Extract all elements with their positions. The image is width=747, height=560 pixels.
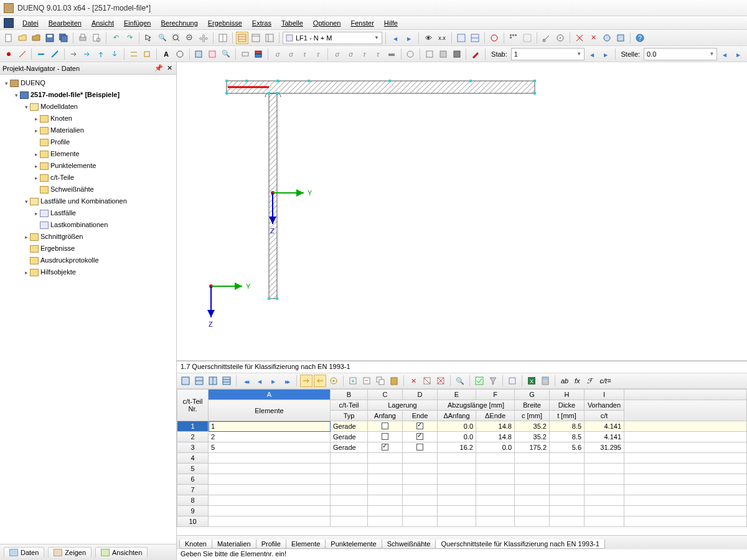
lf-next-icon[interactable] — [403, 32, 415, 44]
menu-hilfe[interactable]: Hilfe — [379, 18, 403, 28]
checkbox-icon[interactable] — [382, 422, 388, 429]
cell-empty[interactable] — [624, 432, 747, 442]
menu-ansicht[interactable]: Ansicht — [87, 18, 119, 28]
stab-next-icon[interactable] — [599, 48, 612, 60]
cell-empty[interactable] — [624, 421, 747, 432]
cell-dende[interactable]: 14.8 — [476, 432, 515, 442]
tree-item[interactable]: Schweißnähte — [50, 185, 94, 193]
btab[interactable]: Knoten — [179, 539, 212, 549]
member-icon-1[interactable] — [35, 48, 47, 60]
cell-typ[interactable]: Gerade — [331, 432, 368, 442]
stress-icon[interactable] — [385, 48, 398, 60]
tool-icon-a[interactable] — [540, 32, 553, 44]
col-head[interactable]: c/t-Teil — [331, 400, 368, 411]
row-header[interactable]: 8 — [177, 495, 209, 506]
col-head-ctnr[interactable]: c/t-TeilNr. — [177, 390, 209, 421]
arrow-icon-1[interactable] — [68, 48, 80, 60]
col-letter[interactable]: B — [331, 390, 368, 400]
tbl-icon[interactable] — [193, 375, 205, 387]
row-header[interactable]: 1 — [177, 421, 209, 432]
tbl-del-row-icon[interactable] — [407, 375, 420, 387]
tbl-icon[interactable] — [220, 375, 233, 387]
nav-tab-daten[interactable]: Daten — [4, 547, 44, 558]
tree-item[interactable]: Lastkombinationen — [50, 221, 108, 228]
col-letter[interactable]: C — [368, 390, 403, 400]
redo-icon[interactable] — [123, 32, 136, 44]
row-header[interactable]: 3 — [177, 442, 209, 453]
tree-item[interactable]: Hilfsobjekte — [40, 268, 76, 276]
tree-item[interactable]: Punktelemente — [50, 162, 96, 169]
stress-icon[interactable]: σ — [285, 48, 298, 60]
col-letter[interactable]: H — [550, 390, 585, 400]
btab[interactable]: Punktelemente — [325, 539, 382, 549]
table-row[interactable]: 4 — [177, 453, 747, 464]
tbl-find-icon[interactable] — [454, 375, 466, 387]
tbl-clear-icon[interactable] — [421, 375, 433, 387]
app-menu-icon[interactable] — [4, 18, 14, 28]
col-head[interactable]: Breite — [515, 400, 550, 411]
col-letter[interactable]: E — [438, 390, 476, 400]
plastic-icon[interactable] — [405, 48, 417, 60]
tbl-filter-icon[interactable] — [487, 375, 499, 387]
table-row[interactable]: 22Gerade0.014.835.28.54.141 — [177, 432, 747, 442]
tree-item[interactable]: Ergebnisse — [40, 245, 75, 252]
toggle-table-icon[interactable] — [236, 32, 248, 44]
btab[interactable]: Materialien — [212, 539, 256, 549]
print-icon[interactable] — [77, 32, 89, 44]
stress-icon[interactable]: τ — [312, 48, 324, 60]
nav-tab-ansichten[interactable]: Ansichten — [95, 547, 148, 558]
cell-anfang[interactable] — [368, 421, 403, 432]
loadcase-combo[interactable]: LF1 - N + M ▼ — [283, 32, 382, 44]
pointer-icon[interactable] — [143, 32, 155, 44]
stress-icon[interactable]: σ — [271, 48, 284, 60]
zoom-extents-icon[interactable] — [170, 32, 182, 44]
tbl-check-icon[interactable] — [473, 375, 486, 387]
cell-danf[interactable]: 0.0 — [438, 432, 476, 442]
col-head[interactable]: ΔAnfang — [438, 411, 476, 421]
cell-t[interactable]: 5.6 — [550, 442, 585, 453]
stress-icon[interactable]: τ — [299, 48, 311, 60]
render-icon-1[interactable] — [423, 48, 436, 60]
cell-t[interactable]: 8.5 — [550, 421, 585, 432]
checkbox-icon[interactable] — [382, 433, 388, 440]
tbl-target-icon[interactable] — [327, 375, 340, 387]
col-head[interactable]: ΔEnde — [476, 411, 515, 421]
menu-berechnung[interactable]: Berechnung — [156, 18, 202, 28]
layer-icon-1[interactable] — [239, 48, 251, 60]
cell-typ[interactable]: Gerade — [331, 421, 368, 432]
cell-ende[interactable] — [403, 432, 438, 442]
tree-item[interactable]: c/t-Teile — [50, 174, 74, 181]
tool-icon-d[interactable] — [587, 32, 599, 44]
tbl-icon[interactable] — [207, 375, 219, 387]
tree-item[interactable]: Ausdruckprotokolle — [40, 256, 99, 264]
grid-icon-1[interactable] — [507, 32, 520, 44]
table-row[interactable]: 9 — [177, 506, 747, 516]
tbl-fx2-icon[interactable]: ℱ — [584, 375, 596, 387]
table-grid[interactable]: c/t-TeilNr. A B C D E F G H I Elemente — [177, 389, 747, 535]
open-project-icon[interactable] — [30, 32, 42, 44]
btab[interactable]: Elemente — [286, 539, 326, 549]
render-icon-2[interactable] — [437, 48, 449, 60]
undo-icon[interactable] — [110, 32, 122, 44]
dim-icon-1[interactable] — [128, 48, 140, 60]
tbl-calc-icon[interactable] — [539, 375, 552, 387]
col-letter[interactable]: A — [209, 390, 331, 400]
tbl-insert-icon[interactable]: + — [347, 375, 359, 387]
cell-typ[interactable]: Gerade — [331, 442, 368, 453]
col-head[interactable]: Abzugslänge [mm] — [438, 400, 515, 411]
view-xx-icon[interactable]: x.x — [436, 32, 448, 44]
tbl-nav-icon[interactable] — [314, 375, 326, 387]
cell-ct[interactable]: 31.295 — [585, 442, 624, 453]
table-row[interactable]: 35Gerade16.20.0175.25.631.295 — [177, 442, 747, 453]
tbl-prev-icon[interactable] — [253, 375, 266, 387]
col-head[interactable]: Anfang — [368, 411, 403, 421]
tbl-first-icon[interactable] — [240, 375, 252, 387]
menu-fenster[interactable]: Fenster — [346, 18, 379, 28]
cell-ct[interactable]: 4.141 — [585, 421, 624, 432]
node-icon[interactable] — [2, 48, 15, 60]
tool-icon-c[interactable] — [573, 32, 586, 44]
table-row[interactable]: 10 — [177, 516, 747, 527]
checkbox-icon[interactable] — [382, 444, 388, 450]
save-all-icon[interactable] — [57, 32, 70, 44]
help-icon[interactable]: ? — [634, 32, 646, 44]
